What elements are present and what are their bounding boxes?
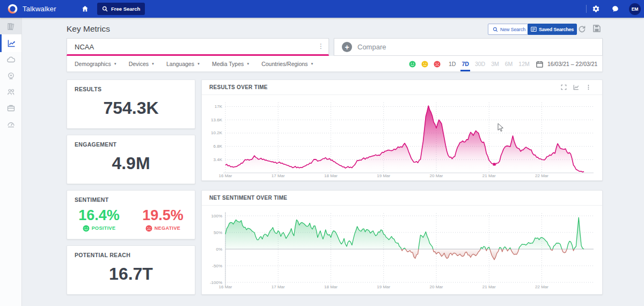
home-icon[interactable] <box>80 4 90 13</box>
left-sidebar <box>0 18 22 306</box>
avatar[interactable]: EM <box>629 3 641 15</box>
free-search-label: Free Search <box>111 6 140 12</box>
svg-text:22 Mar: 22 Mar <box>535 285 548 289</box>
sentiment-label: SENTIMENT <box>67 191 195 203</box>
sidebar-item-social-data[interactable] <box>0 52 21 68</box>
case-icon <box>6 104 16 113</box>
cloud-icon <box>6 55 16 64</box>
search-query-box[interactable]: NCAA ⋮ <box>67 38 329 56</box>
svg-text:3.4K: 3.4K <box>214 157 223 162</box>
new-search-button[interactable]: New Search <box>488 24 530 35</box>
filter-dropdown-demographics[interactable]: Demographics▼ <box>75 61 117 67</box>
svg-text:-50%: -50% <box>212 264 222 268</box>
results-value: 754.3K <box>67 92 195 128</box>
kebab-menu-icon[interactable] <box>586 84 591 90</box>
potential-reach-label: POTENTIAL REACH <box>67 246 195 258</box>
compare-label: Compare <box>357 43 386 51</box>
range-3m[interactable]: 3M <box>491 56 500 72</box>
sidebar-item-audience[interactable] <box>0 84 21 100</box>
sidebar-item-quick-search[interactable] <box>0 116 21 133</box>
sidebar-item-projects[interactable] <box>0 18 21 35</box>
neutral-sentiment-filter-icon[interactable] <box>421 61 428 68</box>
svg-text:0%: 0% <box>216 247 222 252</box>
filter-dropdown-languages[interactable]: Languages▼ <box>166 61 200 67</box>
filter-dropdown-devices[interactable]: Devices▼ <box>129 61 155 67</box>
positive-label: POSITIVE <box>92 225 116 231</box>
chevron-down-icon: ▼ <box>197 62 200 65</box>
positive-sentiment-filter-icon[interactable] <box>409 61 416 68</box>
results-over-time-chart[interactable]: 17K13.6K10.2K6.8K3.4K16 Mar17 Mar18 Mar1… <box>202 95 602 180</box>
query-kebab-menu-icon[interactable]: ⋮ <box>318 42 324 50</box>
svg-text:20 Mar: 20 Mar <box>430 173 443 178</box>
filter-label: Countries/Regions <box>261 61 308 67</box>
sentiment-positive: 16.4% POSITIVE <box>67 203 131 236</box>
filter-strip: Demographics▼Devices▼Languages▼Media Typ… <box>67 56 603 72</box>
filter-dropdowns: Demographics▼Devices▼Languages▼Media Typ… <box>75 56 314 72</box>
analytics-icon <box>7 39 16 48</box>
svg-text:17 Mar: 17 Mar <box>272 173 285 178</box>
svg-text:16 Mar: 16 Mar <box>219 173 232 178</box>
chart-type-icon[interactable] <box>573 84 579 90</box>
sidebar-item-channels[interactable] <box>0 68 21 84</box>
svg-text:50%: 50% <box>214 230 222 235</box>
filter-label: Devices <box>129 61 149 67</box>
fullscreen-icon[interactable] <box>561 84 567 90</box>
svg-text:17K: 17K <box>215 104 223 109</box>
range-6m[interactable]: 6M <box>504 56 514 72</box>
results-label: RESULTS <box>67 80 195 92</box>
gauge-icon <box>6 120 16 129</box>
chevron-down-icon: ▼ <box>311 62 314 65</box>
channel-icon <box>6 71 16 81</box>
save-icon[interactable] <box>592 24 601 33</box>
filter-dropdown-countries-regions[interactable]: Countries/Regions▼ <box>261 61 313 67</box>
range-12m[interactable]: 12M <box>518 56 530 72</box>
range-1d[interactable]: 1D <box>448 56 456 72</box>
sidebar-item-brand[interactable] <box>0 100 21 116</box>
search-query-value: NCAA <box>75 43 94 51</box>
free-search-button[interactable]: Free Search <box>97 3 145 15</box>
results-over-time-title: RESULTS OVER TIME <box>209 84 268 90</box>
chevron-down-icon: ▼ <box>114 62 117 65</box>
range-30d[interactable]: 30D <box>474 56 486 72</box>
svg-text:18 Mar: 18 Mar <box>324 285 338 289</box>
hovered-point-marker[interactable] <box>493 163 496 166</box>
filter-label: Languages <box>166 61 194 67</box>
filter-label: Media Types <box>212 61 244 67</box>
potential-reach-card: POTENTIAL REACH 16.7T <box>67 245 195 295</box>
saved-searches-button[interactable]: Saved Searches <box>528 24 577 35</box>
potential-reach-value: 16.7T <box>67 258 195 294</box>
negative-frown-icon <box>145 225 152 232</box>
refresh-icon[interactable] <box>577 24 587 33</box>
list-icon <box>531 26 537 32</box>
net-sentiment-title: NET SENTIMENT OVER TIME <box>209 195 287 201</box>
calendar-icon <box>536 61 543 68</box>
positive-smiley-icon <box>83 225 90 232</box>
negative-sentiment-filter-icon[interactable] <box>434 61 441 68</box>
saved-searches-label: Saved Searches <box>539 27 574 32</box>
sentiment-negative: 19.5% NEGATIVE <box>131 203 195 236</box>
mouse-cursor <box>498 123 503 132</box>
talkwalker-logo[interactable] <box>7 3 18 14</box>
sentiment-card: SENTIMENT 16.4% POSITIVE 19.5% NEGATIVE <box>67 190 195 239</box>
svg-text:18 Mar: 18 Mar <box>324 173 338 178</box>
svg-text:10.2K: 10.2K <box>211 130 223 135</box>
negative-value: 19.5% <box>142 207 184 224</box>
chat-icon[interactable] <box>611 5 619 13</box>
compare-box[interactable]: + Compare <box>334 38 603 56</box>
brand-name[interactable]: Talkwalker <box>23 5 56 13</box>
svg-text:21 Mar: 21 Mar <box>482 285 496 289</box>
svg-text:6.8K: 6.8K <box>214 144 223 149</box>
negative-label: NEGATIVE <box>155 225 181 231</box>
date-range-picker[interactable]: 16/03/21 – 22/03/21 <box>536 56 597 72</box>
net-sentiment-chart[interactable]: 100%50%-50%-100%0%16 Mar17 Mar18 Mar19 M… <box>202 206 602 294</box>
search-icon <box>493 27 498 32</box>
settings-gear-icon[interactable] <box>592 5 600 13</box>
filter-dropdown-media-types[interactable]: Media Types▼ <box>212 61 250 67</box>
navbar-right: EM <box>586 0 644 18</box>
page-title: Key Metrics <box>67 24 110 34</box>
talkwalker-dashboard: Talkwalker Free Search EM Key Metrics Ne… <box>0 0 644 306</box>
range-7d[interactable]: 7D <box>461 56 469 72</box>
svg-text:13.6K: 13.6K <box>211 118 223 122</box>
top-navbar: Talkwalker Free Search EM <box>0 0 644 18</box>
sidebar-item-analytics[interactable] <box>0 34 21 52</box>
